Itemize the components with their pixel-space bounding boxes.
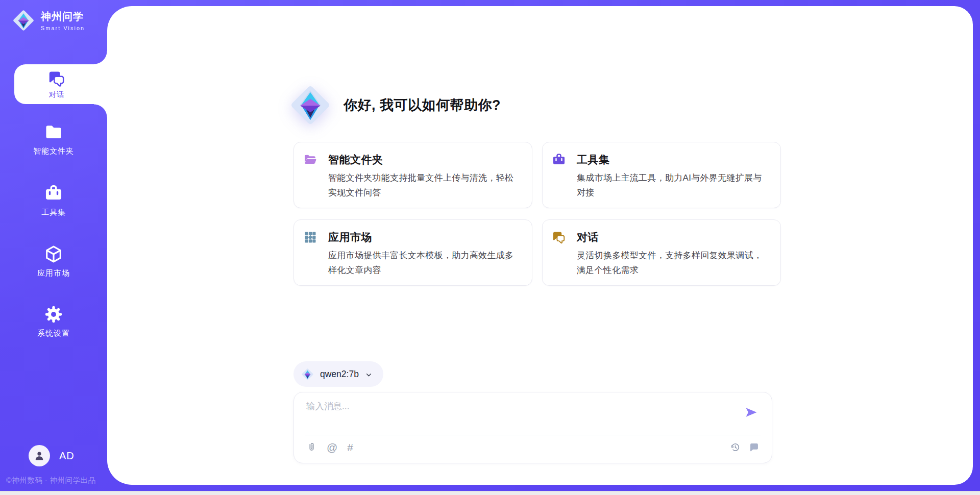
card-description: 集成市场上主流工具，助力AI与外界无缝扩展与对接: [577, 170, 766, 200]
briefcase-icon: [44, 184, 63, 203]
topic-button[interactable]: #: [347, 442, 353, 453]
brand-text: 神州问学 Smart Vision: [41, 10, 85, 31]
card-header: 智能文件夹: [303, 153, 523, 167]
user-account[interactable]: AD: [29, 445, 75, 466]
sidebar-item-smart-folder[interactable]: 智能文件夹: [0, 122, 107, 156]
brand-subtitle: Smart Vision: [41, 25, 85, 31]
brand: 神州问学 Smart Vision: [11, 8, 85, 33]
person-icon: [33, 450, 45, 462]
avatar: [29, 445, 50, 466]
cube-icon: [44, 244, 63, 264]
model-name: qwen2:7b: [320, 369, 359, 380]
chat-icon: [552, 230, 566, 244]
card-title: 对话: [577, 230, 599, 244]
copyright-text: ©神州数码 · 神州问学出品: [6, 476, 96, 485]
message-input[interactable]: [306, 400, 736, 430]
sidebar-item-toolset[interactable]: 工具集: [0, 184, 107, 217]
card-description: 灵活切换多模型文件，支持多样回复效果调试，满足个性化需求: [577, 248, 766, 278]
sidebar-item-label: 对话: [49, 90, 65, 100]
send-plane-icon: [744, 405, 758, 419]
chat-icon: [47, 69, 66, 88]
attach-file-button[interactable]: [306, 442, 317, 453]
card-description: 智能文件夹功能支持批量文件上传与清洗，轻松实现文件问答: [328, 170, 518, 200]
sidebar-item-label: 系统设置: [0, 329, 107, 338]
model-selector[interactable]: qwen2:7b: [293, 361, 383, 387]
card-description: 应用市场提供丰富长文本模板，助力高效生成多样化文章内容: [328, 248, 518, 278]
conversation-button[interactable]: [749, 442, 760, 453]
card-title: 智能文件夹: [328, 153, 383, 167]
chevron-down-icon: [364, 370, 373, 379]
card-header: 应用市场: [303, 230, 523, 244]
card-header: 工具集: [552, 153, 771, 167]
briefcase-icon: [552, 153, 566, 167]
mention-button[interactable]: @: [327, 442, 337, 453]
card-header: 对话: [552, 230, 771, 244]
sidebar-item-label: 智能文件夹: [0, 146, 107, 156]
greeting-title: 你好, 我可以如何帮助你?: [344, 96, 501, 114]
send-button[interactable]: [744, 405, 758, 419]
composer-tools-left: @ #: [306, 442, 353, 453]
sidebar-item-label: 应用市场: [0, 268, 107, 278]
card-app-market[interactable]: 应用市场 应用市场提供丰富长文本模板，助力高效生成多样化文章内容: [293, 219, 532, 286]
sidebar-item-app-market[interactable]: 应用市场: [0, 244, 107, 278]
user-initials: AD: [59, 450, 75, 462]
model-logo-icon: [301, 367, 314, 381]
grid-icon: [303, 230, 317, 244]
hash-icon: #: [347, 442, 353, 453]
composer-divider: [305, 435, 761, 435]
at-icon: @: [327, 442, 337, 453]
gear-icon: [44, 305, 63, 324]
card-smart-folder[interactable]: 智能文件夹 智能文件夹功能支持批量文件上传与清洗，轻松实现文件问答: [293, 142, 532, 208]
sidebar-item-label: 工具集: [0, 208, 107, 217]
card-chat[interactable]: 对话 灵活切换多模型文件，支持多样回复效果调试，满足个性化需求: [542, 219, 781, 286]
brand-logo-icon: [11, 8, 36, 33]
folder-open-icon: [303, 153, 317, 167]
bottom-edge-strip: [0, 491, 980, 495]
welcome-header: 你好, 我可以如何帮助你?: [287, 82, 501, 129]
app-window: 神州问学 Smart Vision 对话 智能文件夹 工具集 应用市场 系统设置…: [0, 0, 980, 495]
feature-cards: 智能文件夹 智能文件夹功能支持批量文件上传与清洗，轻松实现文件问答 工具集 集成…: [293, 142, 781, 286]
card-toolset[interactable]: 工具集 集成市场上主流工具，助力AI与外界无缝扩展与对接: [542, 142, 781, 208]
composer-tools-right: [730, 442, 760, 453]
card-title: 应用市场: [328, 230, 372, 244]
sidebar-item-chat[interactable]: 对话: [14, 64, 107, 104]
brand-name: 神州问学: [41, 10, 85, 23]
history-button[interactable]: [730, 442, 741, 453]
history-clock-icon: [730, 442, 741, 453]
assistant-logo-icon: [287, 82, 333, 128]
card-title: 工具集: [577, 153, 610, 167]
message-composer: @ #: [293, 392, 772, 463]
sidebar-item-settings[interactable]: 系统设置: [0, 305, 107, 338]
paperclip-icon: [306, 442, 317, 453]
folder-icon: [44, 122, 63, 142]
chat-bubble-icon: [749, 442, 760, 453]
